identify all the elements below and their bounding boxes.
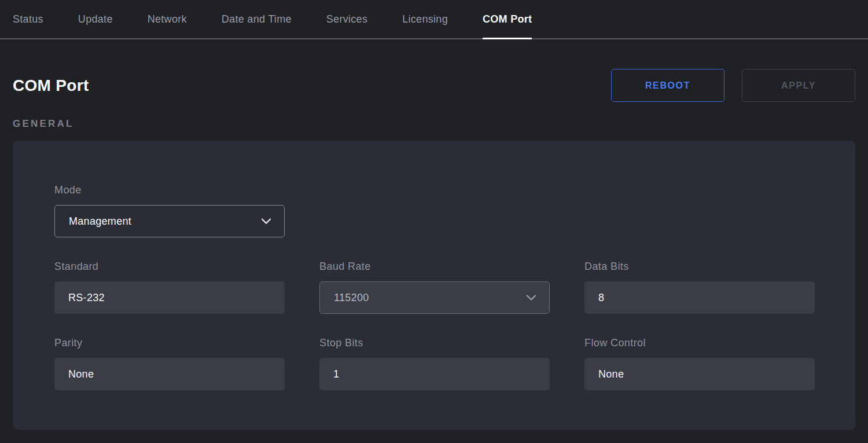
standard-label: Standard — [54, 261, 285, 273]
mode-select[interactable]: Management — [54, 205, 285, 237]
stop-bits-label: Stop Bits — [319, 337, 550, 349]
header-actions: REBOOT APPLY — [611, 69, 855, 102]
tab-update[interactable]: Update — [78, 0, 113, 38]
stop-bits-value: 1 — [333, 368, 339, 380]
baud-rate-field-group: Baud Rate 115200 — [319, 261, 550, 314]
baud-rate-label: Baud Rate — [319, 261, 550, 273]
general-settings-card: Mode Management Standard RS-232 Baud Rat… — [13, 141, 855, 430]
mode-label: Mode — [54, 184, 285, 196]
flow-control-field[interactable]: None — [584, 358, 815, 390]
flow-control-field-group: Flow Control None — [584, 337, 815, 390]
page-header: COM Port REBOOT APPLY — [13, 69, 855, 102]
tab-status[interactable]: Status — [13, 0, 43, 38]
data-bits-value: 8 — [598, 292, 604, 304]
data-bits-field[interactable]: 8 — [584, 281, 815, 314]
mode-select-value: Management — [69, 215, 131, 228]
flow-control-label: Flow Control — [584, 337, 815, 349]
com-port-settings-page: COM Port REBOOT APPLY GENERAL Mode Manag… — [0, 69, 868, 430]
com-port-form: Mode Management Standard RS-232 Baud Rat… — [54, 184, 815, 390]
data-bits-label: Data Bits — [584, 261, 815, 273]
flow-control-value: None — [598, 368, 624, 380]
baud-rate-select[interactable]: 115200 — [319, 281, 550, 314]
parity-field[interactable]: None — [54, 358, 285, 390]
apply-button[interactable]: APPLY — [742, 69, 855, 102]
baud-rate-select-value: 115200 — [334, 292, 369, 304]
page-title: COM Port — [13, 76, 89, 95]
stop-bits-field-group: Stop Bits 1 — [319, 337, 550, 390]
reboot-button[interactable]: REBOOT — [611, 69, 724, 102]
general-section-label: GENERAL — [13, 118, 855, 130]
standard-field[interactable]: RS-232 — [54, 281, 285, 314]
chevron-down-icon — [261, 218, 271, 225]
mode-field-group: Mode Management — [54, 184, 285, 237]
tab-services[interactable]: Services — [326, 0, 367, 38]
tab-licensing[interactable]: Licensing — [402, 0, 448, 38]
tab-network[interactable]: Network — [148, 0, 187, 38]
chevron-down-icon — [526, 295, 536, 301]
stop-bits-field[interactable]: 1 — [319, 358, 550, 390]
settings-tabbar: Status Update Network Date and Time Serv… — [0, 0, 868, 39]
standard-field-group: Standard RS-232 — [54, 261, 285, 314]
tab-date-and-time[interactable]: Date and Time — [222, 0, 292, 38]
data-bits-field-group: Data Bits 8 — [584, 261, 815, 314]
tab-com-port[interactable]: COM Port — [483, 0, 532, 38]
parity-value: None — [68, 368, 94, 380]
parity-field-group: Parity None — [54, 337, 285, 390]
standard-value: RS-232 — [68, 292, 105, 304]
row-spacer — [319, 184, 815, 237]
parity-label: Parity — [54, 337, 285, 349]
